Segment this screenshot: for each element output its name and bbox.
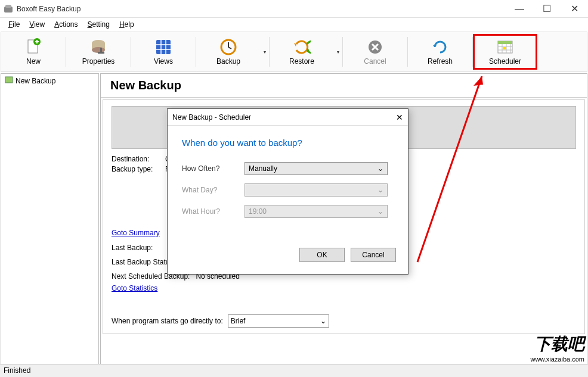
what-day-select: ⌄ [245,183,388,197]
new-file-icon [24,38,42,56]
svg-rect-8 [98,52,104,54]
chevron-down-icon: ⌄ [377,186,383,194]
minimize-button[interactable]: — [506,0,533,18]
toolbar-properties[interactable]: Properties [66,34,131,70]
chevron-down-icon: ⌄ [377,164,383,173]
toolbar-new[interactable]: New [1,34,66,70]
menu-view[interactable]: View [24,19,49,30]
svg-rect-14 [503,47,506,49]
properties-icon [89,38,107,56]
svg-rect-1 [5,5,11,8]
statusbar: Finished [0,364,588,377]
app-icon [4,4,13,14]
window-title: Boxoft Easy Backup [17,5,506,13]
toolbar-views[interactable]: Views [131,34,196,70]
backup-dropdown-icon[interactable]: ▾ [261,49,269,55]
backup-item-icon [5,76,13,86]
toolbar: New Properties Views Backup ▾ Restore ▾ … [1,32,587,72]
menu-help[interactable]: Help [114,19,139,30]
goto-statistics-link[interactable]: Goto Statistics [112,284,157,292]
chevron-down-icon: ⌄ [377,207,383,216]
toolbar-scheduler[interactable]: Scheduler [473,34,537,70]
restore-dropdown-icon[interactable]: ▾ [334,49,342,55]
scheduler-dialog: New Backup - Scheduler ✕ When do you wan… [167,108,408,275]
views-icon [154,38,172,56]
refresh-icon [431,38,449,56]
start-direct-label: When program starts go directly to: [112,317,223,325]
dialog-title: New Backup - Scheduler [172,113,251,121]
how-often-label: How Often? [182,164,245,173]
how-often-select[interactable]: Manually⌄ [245,162,388,175]
ok-button[interactable]: OK [299,248,345,262]
status-text: Finished [4,366,30,375]
toolbar-backup[interactable]: Backup [196,34,261,70]
menubar: File View Actions Setting Help [0,18,588,31]
what-day-label: What Day? [182,186,245,194]
backup-icon [219,38,237,56]
menu-actions[interactable]: Actions [49,19,82,30]
sidebar: New Backup [1,73,99,365]
menu-file[interactable]: File [4,19,24,30]
toolbar-refresh[interactable]: Refresh [408,34,472,70]
goto-summary-link[interactable]: Goto Summary [112,229,160,237]
cancel-button[interactable]: Cancel [351,248,396,262]
toolbar-restore[interactable]: Restore [270,34,334,70]
dialog-heading: When do you want to backup? [182,138,394,148]
window-controls: — ☐ ✕ [506,0,588,18]
what-hour-select: 19:00⌄ [245,205,388,218]
watermark: 下载吧 www.xiazaiba.com [531,333,584,363]
svg-rect-15 [5,77,13,83]
dialog-close-button[interactable]: ✕ [396,113,403,122]
chevron-down-icon: ⌄ [320,317,326,325]
svg-rect-9 [156,40,171,54]
start-direct-select[interactable]: Brief ⌄ [228,314,329,328]
maximize-button[interactable]: ☐ [533,0,561,18]
toolbar-cancel: Cancel [343,34,407,70]
what-hour-label: What Hour? [182,207,245,216]
panel-title: New Backup [101,74,587,98]
close-button[interactable]: ✕ [561,0,588,18]
dialog-titlebar[interactable]: New Backup - Scheduler ✕ [168,109,408,126]
scheduler-icon [496,38,514,56]
sidebar-item-label: New Backup [16,77,55,85]
sidebar-item-new-backup[interactable]: New Backup [1,74,98,88]
menu-setting[interactable]: Setting [83,19,114,30]
cancel-icon [366,38,384,56]
titlebar[interactable]: Boxoft Easy Backup — ☐ ✕ [0,0,588,18]
restore-icon [293,38,311,56]
svg-rect-13 [498,41,512,44]
